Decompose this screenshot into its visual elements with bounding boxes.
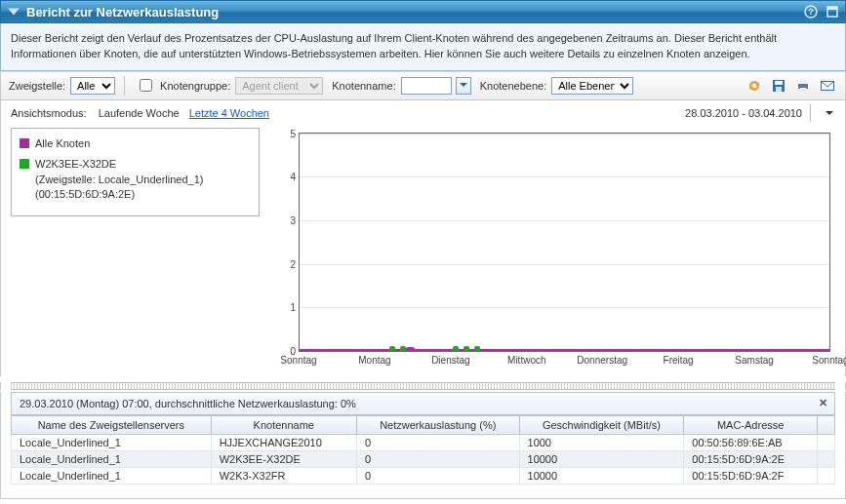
- nodegroup-label: Knotengruppe:: [160, 80, 230, 92]
- xtick: Samstag: [735, 355, 773, 366]
- xtick: Sonntag: [280, 355, 316, 366]
- nodelevel-label: Knotenebene:: [480, 80, 547, 92]
- detail-table: Name des Zweigstellenservers Knotenname …: [11, 415, 835, 485]
- ytick: 4: [290, 172, 296, 182]
- close-icon[interactable]: ✕: [815, 396, 830, 411]
- xtick: Sonntag: [812, 355, 846, 366]
- svg-rect-3: [827, 7, 837, 10]
- legend-all-nodes: Alle Knoten: [35, 136, 90, 151]
- svg-rect-5: [775, 81, 783, 85]
- svg-text:?: ?: [808, 7, 814, 17]
- nodename-input[interactable]: [401, 77, 452, 95]
- legend-node-detail1: (Zweigstelle: Locale_Underlined_1): [35, 173, 203, 187]
- nodegroup-select: Agent client: [235, 77, 323, 95]
- view-mode-row: Ansichtsmodus: Laufende Woche Letzte 4 W…: [0, 100, 846, 126]
- chart-plot-area: 5 4 3 2 1 0: [299, 133, 830, 352]
- splitter-handle[interactable]: [11, 382, 835, 390]
- save-icon[interactable]: [769, 76, 788, 96]
- refresh-icon[interactable]: [745, 76, 764, 96]
- date-range: 28.03.2010 - 03.04.2010: [685, 107, 802, 119]
- legend-swatch-node: [20, 159, 29, 169]
- cell-util: 0: [356, 450, 519, 467]
- legend-node-name: W2K3EE-X32DE: [35, 157, 203, 172]
- cell-util: 0: [356, 467, 519, 484]
- viewmode-current: Laufende Woche: [99, 107, 180, 119]
- table-row[interactable]: Locale_Underlined_1 W2K3-X32FR 0 10000 0…: [12, 467, 835, 484]
- nodename-label: Knotenname:: [332, 80, 395, 92]
- col-speed[interactable]: Geschwindigkeit (MBit/s): [519, 415, 684, 434]
- col-util[interactable]: Netzwerkauslastung (%): [356, 415, 519, 434]
- nodename-dropdown-icon[interactable]: [456, 77, 471, 95]
- legend-node-detail2: (00:15:5D:6D:9A:2E): [35, 187, 203, 202]
- cell-mac: 00:15:5D:6D:9A:2E: [684, 450, 818, 467]
- col-spacer: [818, 415, 835, 434]
- col-node[interactable]: Knotenname: [211, 415, 356, 434]
- xtick: Mittwoch: [507, 355, 545, 366]
- filter-toolbar: Zweigstelle: Alle Knotengruppe: Agent cl…: [0, 71, 846, 100]
- col-mac[interactable]: MAC-Adresse: [684, 415, 818, 434]
- help-icon[interactable]: ?: [804, 5, 818, 19]
- cell-server: Locale_Underlined_1: [12, 434, 212, 450]
- svg-rect-6: [776, 87, 782, 92]
- chart-legend: Alle Knoten W2K3EE-X32DE (Zweigstelle: L…: [11, 128, 260, 217]
- title-bar: Bericht zur Netzwerkauslastung ?: [0, 0, 846, 23]
- branch-select[interactable]: Alle: [70, 77, 115, 95]
- detail-status-bar: 29.03.2010 (Montag) 07:00, durchschnittl…: [11, 392, 835, 415]
- cell-node: HJJEXCHANGE2010: [211, 434, 356, 450]
- xtick: Montag: [358, 355, 390, 366]
- chevron-down-icon[interactable]: [7, 5, 20, 19]
- table-header-row: Name des Zweigstellenservers Knotenname …: [12, 415, 835, 434]
- xtick: Donnerstag: [577, 355, 627, 366]
- maximize-icon[interactable]: [826, 5, 839, 19]
- svg-rect-9: [800, 88, 806, 92]
- cell-mac: 00:15:5D:6D:9A:2F: [684, 467, 818, 484]
- legend-swatch-all: [20, 138, 29, 148]
- xtick: Dienstag: [431, 355, 469, 366]
- svg-rect-8: [800, 80, 806, 84]
- ytick: 1: [290, 302, 296, 313]
- report-description: Dieser Bericht zeigt den Verlauf des Pro…: [0, 23, 846, 71]
- chart-xaxis: Sonntag Montag Dienstag Mittwoch Donners…: [299, 355, 830, 372]
- date-dropdown-icon[interactable]: [824, 107, 835, 119]
- table-row[interactable]: Locale_Underlined_1 W2K3EE-X32DE 0 10000…: [12, 450, 835, 467]
- print-icon[interactable]: [793, 76, 813, 96]
- cell-mac: 00:50:56:89:6E:AB: [684, 434, 818, 450]
- ytick: 5: [290, 128, 296, 138]
- nodelevel-select[interactable]: Alle Ebenen: [551, 77, 633, 95]
- cell-speed: 10000: [519, 467, 684, 484]
- cell-node: W2K3-X32FR: [211, 467, 356, 484]
- chart: Netzwerkauslastung (%) 5 4 3 2 1 0 Sonnt…: [269, 128, 835, 376]
- cell-speed: 10000: [519, 450, 684, 467]
- detail-status-text: 29.03.2010 (Montag) 07:00, durchschnittl…: [20, 398, 356, 409]
- viewmode-link-last4[interactable]: Letzte 4 Wochen: [189, 107, 269, 119]
- nodegroup-checkbox[interactable]: [140, 79, 152, 92]
- cell-speed: 1000: [519, 434, 684, 450]
- cell-util: 0: [356, 434, 519, 450]
- ytick: 2: [290, 258, 296, 269]
- cell-node: W2K3EE-X32DE: [211, 450, 356, 467]
- email-icon[interactable]: [818, 76, 837, 96]
- ytick: 3: [290, 215, 296, 226]
- cell-server: Locale_Underlined_1: [12, 450, 212, 467]
- branch-label: Zweigstelle:: [9, 80, 65, 92]
- col-server[interactable]: Name des Zweigstellenservers: [12, 415, 212, 434]
- table-row[interactable]: Locale_Underlined_1 HJJEXCHANGE2010 0 10…: [12, 434, 835, 450]
- cell-server: Locale_Underlined_1: [12, 467, 212, 484]
- window-title: Bericht zur Netzwerkauslastung: [26, 5, 219, 19]
- viewmode-label: Ansichtsmodus:: [11, 107, 87, 119]
- xtick: Freitag: [664, 355, 694, 366]
